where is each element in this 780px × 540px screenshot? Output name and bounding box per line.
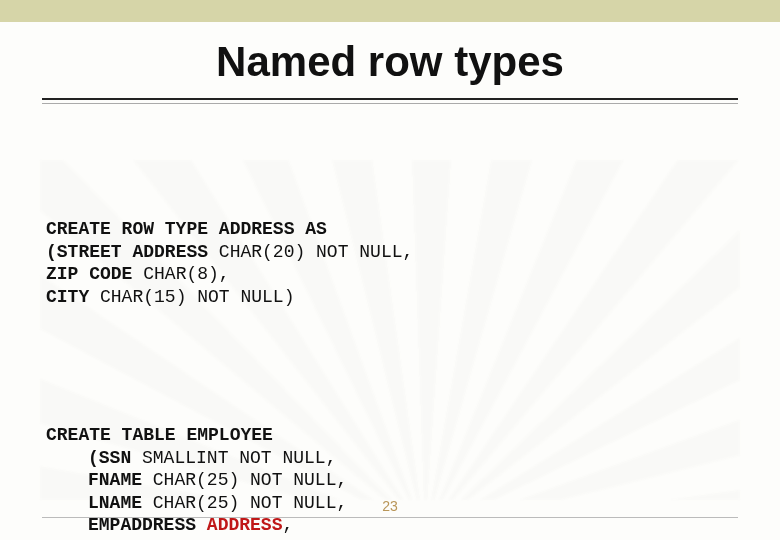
code-block-create-table: CREATE TABLE EMPLOYEE (SSN SMALLINT NOT … — [46, 402, 734, 541]
slide-title: Named row types — [208, 38, 572, 90]
code-area: CREATE ROW TYPE ADDRESS AS (STREET ADDRE… — [46, 128, 734, 540]
code-line: CREATE TABLE EMPLOYEE — [46, 425, 273, 445]
code-token: CHAR(25) NOT NULL, — [142, 470, 347, 490]
code-token: SMALLINT NOT NULL, — [131, 448, 336, 468]
title-area: Named row types — [0, 38, 780, 104]
footer-rule — [42, 517, 738, 518]
title-rule-thin — [42, 103, 738, 104]
code-token: ZIP CODE — [46, 264, 132, 284]
code-token: STREET ADDRESS — [57, 242, 208, 262]
page-number: 23 — [0, 498, 780, 514]
code-token: CITY — [46, 287, 89, 307]
code-token — [196, 515, 207, 535]
slide: Named row types CREATE ROW TYPE ADDRESS … — [0, 0, 780, 540]
code-line: CREATE ROW TYPE ADDRESS AS — [46, 219, 327, 239]
code-token: , — [282, 515, 293, 535]
title-rule-thick — [42, 98, 738, 100]
code-token: SSN — [99, 448, 131, 468]
code-token: ( — [46, 242, 57, 262]
code-token: ( — [88, 448, 99, 468]
code-token: CHAR(20) NOT NULL, — [208, 242, 413, 262]
code-token: EMPADDRESS — [88, 515, 196, 535]
code-token: CHAR(8), — [132, 264, 229, 284]
code-block-create-row-type: CREATE ROW TYPE ADDRESS AS (STREET ADDRE… — [46, 196, 734, 309]
code-token-typename: ADDRESS — [207, 515, 283, 535]
code-token: CHAR(15) NOT NULL) — [89, 287, 294, 307]
code-token: FNAME — [88, 470, 142, 490]
top-accent-band — [0, 0, 780, 22]
